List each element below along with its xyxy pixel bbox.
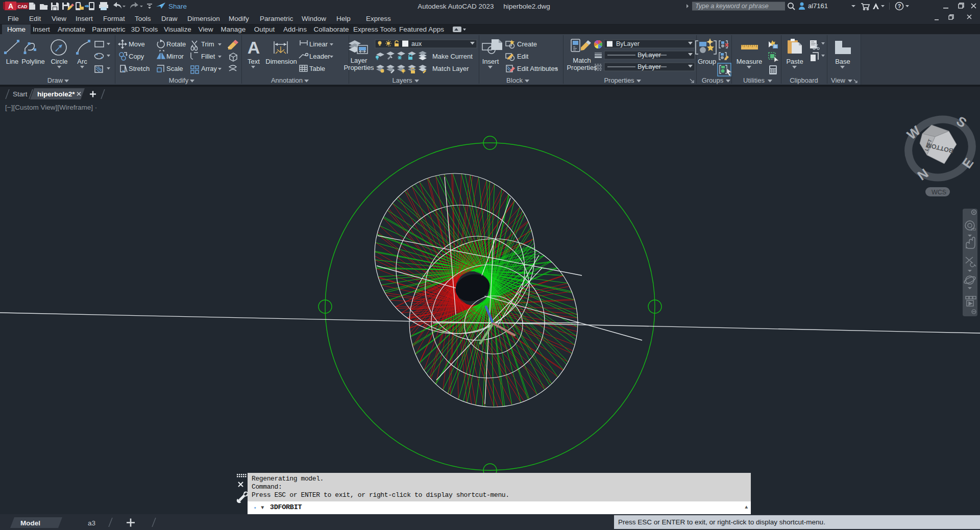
svg-text:Type a keyword or phrase: Type a keyword or phrase <box>695 3 769 10</box>
svg-text:Parametric: Parametric <box>260 15 293 22</box>
svg-text:Express: Express <box>366 15 391 22</box>
svg-text:Output: Output <box>254 26 275 33</box>
svg-text:Group: Group <box>698 58 716 65</box>
svg-text:Start: Start <box>13 90 28 98</box>
svg-text:Press ESC or ENTER to exit, or: Press ESC or ENTER to exit, or right-cli… <box>618 518 825 526</box>
svg-text:al7161: al7161 <box>808 2 828 10</box>
svg-text:Visualize: Visualize <box>164 26 191 33</box>
svg-text:File: File <box>8 15 19 22</box>
svg-text:WCS: WCS <box>932 189 946 196</box>
svg-text:Dimension: Dimension <box>187 15 220 22</box>
svg-text:Groups: Groups <box>702 77 724 84</box>
svg-text:Model: Model <box>20 519 40 527</box>
svg-text:Add-ins: Add-ins <box>283 26 307 33</box>
svg-text:a3: a3 <box>88 519 95 527</box>
svg-text:Tools: Tools <box>135 15 151 22</box>
svg-text:Edit: Edit <box>29 15 41 22</box>
svg-text:Share: Share <box>168 3 187 10</box>
svg-text:Clipboard: Clipboard <box>790 77 818 84</box>
svg-text:2D: 2D <box>971 227 976 232</box>
svg-text:Collaborate: Collaborate <box>313 26 349 33</box>
svg-text:A: A <box>8 2 13 10</box>
svg-text:Base: Base <box>835 58 850 65</box>
svg-text:hiperbole2*: hiperbole2* <box>37 90 75 98</box>
svg-text:View: View <box>52 15 66 22</box>
svg-text:Window: Window <box>302 15 326 22</box>
svg-text:Featured Apps: Featured Apps <box>399 26 444 33</box>
svg-text:Express Tools: Express Tools <box>353 26 396 33</box>
svg-text:Paste: Paste <box>786 58 803 65</box>
svg-text:Help: Help <box>336 15 351 22</box>
svg-text:View: View <box>198 26 213 33</box>
svg-text:CAD: CAD <box>18 4 27 9</box>
svg-text:3D Tools: 3D Tools <box>131 26 158 33</box>
svg-text:Format: Format <box>103 15 125 22</box>
svg-text:Home: Home <box>7 26 26 33</box>
svg-text:?: ? <box>898 3 901 9</box>
svg-text:Insert: Insert <box>33 26 50 33</box>
svg-text:Parametric: Parametric <box>92 26 126 33</box>
svg-text:Draw: Draw <box>161 15 178 22</box>
svg-text:Manage: Manage <box>221 26 246 33</box>
svg-text:Annotate: Annotate <box>58 26 85 33</box>
svg-text:Utilities: Utilities <box>743 77 765 84</box>
svg-text:Autodesk AutoCAD 2023 hipe: Autodesk AutoCAD 2023 hiperbole2.dwg <box>418 3 550 10</box>
svg-text:Measure: Measure <box>737 58 763 65</box>
svg-text:View: View <box>831 77 846 84</box>
svg-text:Modify: Modify <box>229 15 249 22</box>
svg-text:Insert: Insert <box>76 15 93 22</box>
